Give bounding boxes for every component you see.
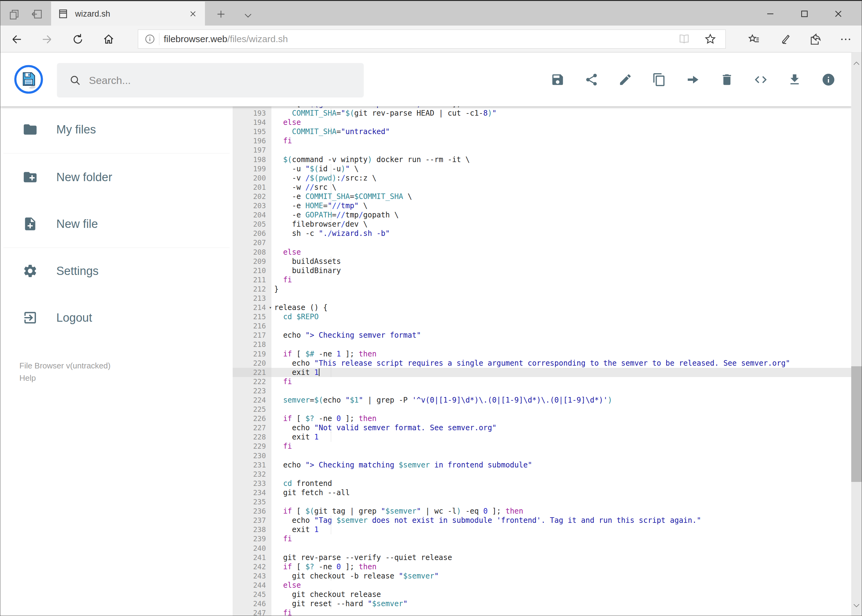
code-line-211[interactable]: 211 fi [233,275,852,284]
code-line-204[interactable]: 204 -e GOPATH=//tmp/gopath \ [233,211,852,220]
code-line-247[interactable]: 247 fi [233,608,852,616]
code-line-228[interactable]: 228 exit 1 [233,432,852,442]
tab-close-icon[interactable] [188,9,198,19]
scroll-down-icon[interactable] [853,602,860,610]
code-line-202[interactable]: 202 -e COMMIT_SHA=$COMMIT_SHA \ [233,192,852,201]
code-line-196[interactable]: 196 fi [233,136,852,146]
copy-button[interactable] [652,72,666,87]
maximize-button[interactable] [798,8,811,20]
code-line-198[interactable]: 198 $(command -v winpty) docker run --rm… [233,155,852,164]
code-line-219[interactable]: 219 if [ $# -ne 1 ]; then [233,349,852,358]
code-line-229[interactable]: 229 fi [233,442,852,451]
page-scrollbar[interactable] [851,53,862,616]
code-line-195[interactable]: 195 COMMIT_SHA="untracked" [233,127,852,136]
sidebar-item-new-folder[interactable]: New folder [0,160,233,194]
code-line-240[interactable]: 240 [233,544,852,553]
tab-preview-icon[interactable] [8,8,20,20]
refresh-icon[interactable] [71,33,84,46]
code-line-192[interactable]: 192 if [ "$(git status --porcelain)" = "… [233,107,852,108]
tab-list-chevron-icon[interactable] [243,10,253,20]
home-icon[interactable] [102,33,115,46]
browser-tab[interactable]: wizard.sh [51,2,205,26]
code-line-238[interactable]: 238 exit 1 [233,525,852,534]
code-line-231[interactable]: 231 echo "> Checking matching $semver in… [233,460,852,470]
filebrowser-logo-icon[interactable] [14,65,43,94]
new-tab-icon[interactable] [216,9,226,19]
code-line-200[interactable]: 200 -v /$(pwd):/src:z \ [233,173,852,183]
sidebar-item-my-files[interactable]: My files [0,113,233,146]
code-line-222[interactable]: 222 fi [233,377,852,386]
code-line-208[interactable]: 208 else [233,248,852,257]
scroll-up-icon[interactable] [853,59,860,68]
code-line-206[interactable]: 206 sh -c "./wizard.sh -b" [233,229,852,238]
set-tabs-aside-icon[interactable] [31,8,43,20]
code-line-244[interactable]: 244 else [233,581,852,590]
code-line-220[interactable]: 220 echo "This release script requires a… [233,358,852,368]
code-line-243[interactable]: 243 git checkout -b release "$semver" [233,571,852,581]
code-line-236[interactable]: 236 if [ $(git tag | grep "$semver" | wc… [233,506,852,516]
code-line-233[interactable]: 233 cd frontend [233,479,852,488]
source-code-button[interactable] [754,72,768,87]
code-line-245[interactable]: 245 git checkout release [233,590,852,599]
code-line-230[interactable]: 230 [233,451,852,460]
rename-button[interactable] [618,72,632,87]
code-line-246[interactable]: 246 git reset --hard "$semver" [233,599,852,608]
back-icon[interactable] [10,33,23,46]
site-info-icon[interactable] [144,33,155,45]
save-button[interactable] [550,72,565,87]
reading-view-icon[interactable] [678,33,690,45]
code-line-216[interactable]: 216 [233,321,852,331]
forward-icon[interactable] [41,33,54,46]
web-note-pen-icon[interactable] [778,33,791,46]
address-bar[interactable]: filebrowser.web/files/wizard.sh [138,30,726,49]
help-link[interactable]: Help [19,373,36,383]
code-line-205[interactable]: 205 filebrowser/dev \ [233,220,852,229]
info-button[interactable] [821,72,835,87]
code-line-241[interactable]: 241 git rev-parse --verify --quiet relea… [233,553,852,562]
code-line-201[interactable]: 201 -w //src \ [233,183,852,192]
code-line-213[interactable]: 213 [233,294,852,303]
code-line-217[interactable]: 217 echo "> Checking semver format" [233,331,852,340]
code-line-197[interactable]: 197 [233,146,852,155]
code-line-193[interactable]: 193 COMMIT_SHA="$(git rev-parse HEAD | c… [233,108,852,118]
code-line-221[interactable]: 221 exit 1 [233,368,852,377]
sidebar-item-settings[interactable]: Settings [0,254,233,288]
code-line-215[interactable]: 215 cd $REPO [233,312,852,321]
code-line-218[interactable]: 218 [233,340,852,349]
code-line-210[interactable]: 210 buildBinary [233,266,852,275]
download-button[interactable] [788,72,802,87]
favorite-star-icon[interactable] [704,33,717,46]
code-line-207[interactable]: 207 [233,238,852,247]
code-line-234[interactable]: 234 git fetch --all [233,488,852,497]
hub-favorites-icon[interactable] [747,33,760,46]
code-line-223[interactable]: 223 [233,386,852,396]
minimize-button[interactable] [764,8,777,20]
sidebar-item-logout[interactable]: Logout [0,301,233,335]
move-button[interactable] [686,72,700,87]
code-line-199[interactable]: 199 -u "$(id -u)" \ [233,164,852,173]
code-line-209[interactable]: 209 buildAssets [233,257,852,266]
code-line-239[interactable]: 239 fi [233,534,852,544]
code-line-214[interactable]: 214▾release () { [233,303,852,312]
sidebar-item-new-file[interactable]: New file [0,207,233,241]
close-button[interactable] [832,8,845,20]
code-line-212[interactable]: 212} [233,284,852,294]
share-button[interactable] [585,72,599,87]
code-line-225[interactable]: 225 [233,405,852,414]
share-icon[interactable] [809,33,822,46]
code-line-235[interactable]: 235 [233,497,852,506]
code-editor[interactable]: 192 if [ "$(git status --porcelain)" = "… [233,107,852,616]
search-box[interactable] [57,63,364,97]
code-line-237[interactable]: 237 echo "Tag $semver does not exist in … [233,516,852,525]
code-line-194[interactable]: 194 else [233,118,852,127]
code-line-242[interactable]: 242 if [ $? -ne 0 ]; then [233,562,852,571]
code-line-224[interactable]: 224 semver=$(echo "$1" | grep -P '^v(0|[… [233,396,852,405]
code-line-232[interactable]: 232 [233,470,852,479]
code-line-226[interactable]: 226 if [ $? -ne 0 ]; then [233,414,852,423]
code-line-203[interactable]: 203 -e HOME="//tmp" \ [233,201,852,211]
delete-button[interactable] [720,72,734,87]
code-line-227[interactable]: 227 echo "Not valid semver format. See s… [233,423,852,432]
more-options-icon[interactable] [839,33,852,46]
search-input[interactable] [88,74,336,87]
scrollbar-thumb[interactable] [851,366,862,482]
